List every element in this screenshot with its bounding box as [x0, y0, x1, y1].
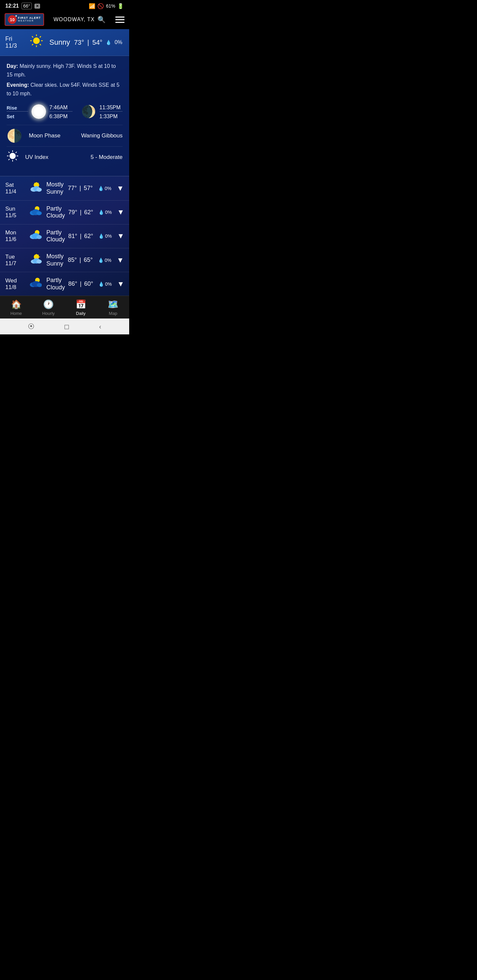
forecast-temps-3: 85° | 65°	[68, 256, 93, 264]
moon-set-time: 1:33PM	[99, 114, 123, 119]
logo-badge: 10	[8, 15, 17, 24]
moon-icon: 🌒	[81, 105, 96, 119]
forecast-low-1: 62°	[84, 209, 93, 216]
app-header: 10 FIRST ALERT WEATHER WOODWAY, TX 🔍	[0, 11, 129, 29]
forecast-row-1[interactable]: Sun 11/5 PartlyCloudy 79° | 62° 💧 0% ▼	[0, 200, 129, 224]
expanded-day-header[interactable]: Fri 11/3 Sunny 73° |	[0, 29, 129, 56]
forecast-dayname-3: Tue	[5, 254, 24, 260]
hamburger-line2	[115, 19, 124, 20]
forecast-rainpct-2: 0%	[105, 234, 112, 239]
status-bar: 12:21 66° ✕ 📶 🚫 61% 🔋	[0, 0, 129, 11]
forecast-rain-1: 💧 0%	[98, 210, 112, 215]
expand-chevron-1[interactable]: ▼	[117, 208, 124, 216]
forecast-condition-4: PartlyCloudy	[46, 277, 65, 291]
notification-badge: ✕	[34, 4, 40, 9]
forecast-daynum-2: 11/6	[5, 236, 24, 243]
svg-line-7	[40, 37, 41, 38]
nav-home[interactable]: 🏠 Home	[0, 296, 32, 318]
app-logo[interactable]: 10 FIRST ALERT WEATHER	[5, 13, 44, 26]
forecast-high-2: 81°	[68, 233, 77, 240]
logo-first-alert: FIRST ALERT	[18, 17, 41, 19]
header-location: WOODWAY, TX 🔍	[53, 16, 106, 24]
expanded-condition: Sunny	[49, 38, 70, 47]
forecast-rain-4: 💧 0%	[98, 282, 112, 287]
forecast-icon-2	[29, 229, 42, 243]
status-right: 📶 🚫 61% 🔋	[89, 3, 124, 9]
sun-times: 7:46AM 6:38PM	[49, 105, 73, 119]
sun-column: Rise Set	[6, 105, 28, 119]
moon-rise-time: 11:35PM	[99, 105, 123, 111]
nav-map[interactable]: 🗺️ Map	[97, 296, 129, 318]
battery-icon: 🔋	[117, 3, 124, 9]
forecast-daynum-3: 11/7	[5, 260, 24, 267]
rain-icon-0: 💧	[98, 186, 104, 191]
uv-label: UV Index	[25, 154, 84, 161]
rain-icon-2: 💧	[98, 234, 104, 239]
home-icon: 🏠	[11, 299, 22, 310]
calendar-icon: 📅	[75, 299, 86, 310]
android-back[interactable]: ‹	[99, 323, 101, 331]
daily-label: Daily	[76, 311, 85, 316]
forecast-icon-0	[29, 181, 42, 195]
set-label: Set	[6, 114, 28, 119]
forecast-row-3[interactable]: Tue 11/7 MostlySunny 85° | 65°	[0, 248, 129, 272]
expanded-low: 54°	[93, 39, 102, 46]
forecast-temps-1: 79° | 62°	[68, 209, 93, 216]
expanded-day-date: Fri 11/3	[5, 35, 24, 49]
forecast-high-1: 79°	[68, 209, 77, 216]
expand-chevron-3[interactable]: ▼	[116, 256, 124, 264]
svg-line-6	[40, 44, 41, 45]
battery-indicator: 61%	[106, 3, 115, 9]
forecast-row-2[interactable]: Mon 11/6 PartlyCloudy 81° | 62° 💧 0% ▼	[0, 224, 129, 248]
rain-icon-4: 💧	[98, 282, 104, 287]
forecast-rainpct-1: 0%	[105, 210, 112, 215]
forecast-rain-3: 💧 0%	[98, 258, 111, 263]
android-home[interactable]: ◻	[64, 323, 70, 331]
svg-point-36	[37, 235, 42, 239]
moon-phase-label: Moon Phase	[29, 132, 75, 139]
evening-label: Evening:	[6, 82, 29, 88]
svg-point-32	[37, 211, 42, 215]
forecast-dayname-1: Sun	[5, 205, 24, 212]
no-symbol-icon: 🚫	[97, 3, 104, 9]
sun-icon-wrap	[28, 104, 49, 119]
hamburger-line1	[115, 17, 124, 18]
forecast-dayname-4: Wed	[5, 277, 24, 284]
detail-panel: Day: Mainly sunny. High 73F. Winds S at …	[0, 56, 129, 176]
day-label: Day:	[6, 63, 18, 69]
forecast-rain-0: 💧 0%	[98, 186, 111, 191]
expanded-weather-icon	[29, 34, 43, 51]
uv-sun-icon	[6, 150, 19, 165]
location-text: WOODWAY, TX	[53, 17, 94, 22]
bottom-nav: 🏠 Home 🕐 Hourly 📅 Daily 🗺️ Map	[0, 296, 129, 318]
moon-phase-row: 🌗 Moon Phase Waning Gibbous	[6, 125, 123, 146]
forecast-low-4: 60°	[84, 280, 93, 287]
expand-chevron-2[interactable]: ▼	[117, 232, 124, 240]
day-desc-text: Mainly sunny. High 73F. Winds S at 10 to…	[6, 63, 116, 78]
menu-button[interactable]	[115, 17, 124, 23]
forecast-dayname-2: Mon	[5, 229, 24, 236]
forecast-daynum-0: 11/4	[5, 188, 24, 195]
forecast-rainpct-4: 0%	[105, 282, 112, 287]
rain-icon-1: 💧	[98, 210, 104, 215]
expand-chevron-4[interactable]: ▼	[117, 280, 124, 288]
svg-line-17	[9, 159, 10, 160]
svg-line-15	[16, 159, 17, 160]
expanded-rain-pct: 0%	[115, 40, 122, 45]
moon-phase-value: Waning Gibbous	[81, 132, 123, 139]
forecast-row-0[interactable]: Sat 11/4 MostlySunny	[0, 176, 129, 200]
svg-point-0	[33, 37, 40, 44]
forecast-row-4[interactable]: Wed 11/8 PartlyCloudy 86° | 60° 💧 0% ▼	[0, 272, 129, 296]
day-description: Day: Mainly sunny. High 73F. Winds S at …	[6, 62, 123, 79]
forecast-low-2: 62°	[84, 233, 93, 240]
collapse-chevron[interactable]: ▲	[129, 38, 129, 47]
expanded-day-num: 11/3	[5, 42, 24, 49]
forecast-date-2: Mon 11/6	[5, 229, 24, 243]
svg-line-5	[32, 37, 34, 38]
nav-daily[interactable]: 📅 Daily	[65, 296, 97, 318]
expand-chevron-0[interactable]: ▼	[116, 184, 124, 192]
nav-hourly[interactable]: 🕐 Hourly	[32, 296, 65, 318]
android-recents[interactable]: ⦿	[28, 323, 34, 331]
clock-icon: 🕐	[43, 299, 54, 310]
search-icon[interactable]: 🔍	[97, 16, 106, 24]
